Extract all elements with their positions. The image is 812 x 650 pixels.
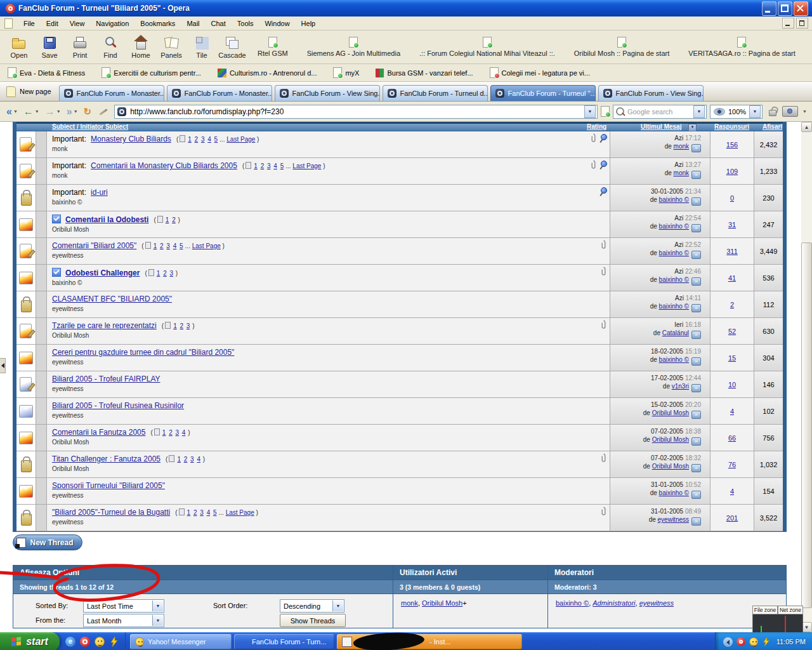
taskbar-window-button[interactable]: FanClub Forum - Turn...	[234, 634, 334, 649]
toolbar-bookmark-button[interactable]: Oribilul Mosh :: Pagina de start	[574, 32, 669, 62]
toolbar-button[interactable]: Print	[65, 32, 95, 62]
header-views[interactable]: Afisari	[763, 123, 782, 130]
goto-last-post-icon[interactable]	[691, 251, 701, 259]
thread-title-link[interactable]: Comentarii la Odobesti	[65, 215, 148, 224]
last-post-user-link[interactable]: Oribilul Mosh	[652, 436, 689, 443]
replies-count-link[interactable]: 4	[730, 408, 734, 415]
page-number-link[interactable]: 4	[173, 242, 177, 249]
fast-forward-button[interactable]: »▼	[65, 105, 79, 119]
replies-count-link[interactable]: 76	[728, 461, 736, 468]
page-number-link[interactable]: 1	[187, 509, 191, 516]
browser-tab[interactable]: FanClub Forum - View Sing...	[275, 85, 380, 101]
replies-count-link[interactable]: 41	[728, 274, 736, 282]
page-number-link[interactable]: 2	[160, 242, 164, 249]
zone-widget-tab[interactable]: File zone	[752, 606, 778, 614]
replies-count-link[interactable]: 311	[726, 248, 738, 255]
forward-button[interactable]: →▼	[44, 105, 62, 119]
page-number-link[interactable]: 2	[193, 509, 197, 516]
browser-tab[interactable]: FanClub Forum - View Sing...	[598, 85, 704, 101]
thread-title-link[interactable]: Monastery Club Biliards	[91, 135, 171, 143]
zone-widget-tab[interactable]: Net zone	[778, 606, 803, 614]
goto-last-post-icon[interactable]	[691, 357, 701, 366]
sorted-by-select[interactable]: Last Post Time ▼	[83, 599, 164, 613]
close-button[interactable]	[794, 1, 808, 16]
page-number-link[interactable]: 1	[162, 429, 166, 436]
zoom-control[interactable]: 100% ▼	[710, 105, 763, 119]
header-replies[interactable]: Raspunsuri	[714, 123, 749, 130]
page-number-link[interactable]: 1	[173, 322, 177, 329]
replies-count-link[interactable]: 10	[728, 381, 736, 388]
goto-last-post-icon[interactable]	[691, 331, 701, 339]
dropdown-arrow-icon[interactable]: ▼	[152, 600, 163, 611]
toolbar-bookmark-button[interactable]: Siemens AG - Join Multimedia	[307, 32, 400, 62]
moderator-link[interactable]: Administratori	[593, 599, 635, 607]
replies-count-link[interactable]: 2	[730, 301, 734, 308]
page-number-link[interactable]: 3	[267, 162, 271, 169]
tray-messenger-icon[interactable]	[749, 637, 758, 646]
last-post-user-link[interactable]: baixinho ©	[659, 223, 689, 230]
toolbar-button[interactable]: Home	[126, 32, 156, 62]
page-number-link[interactable]: 3	[200, 509, 204, 516]
goto-last-post-icon[interactable]	[691, 224, 701, 232]
page-number-link[interactable]: 3	[170, 270, 174, 277]
toolbar-bookmark-button[interactable]: VERITASAGA.ro :: Pagina de start	[688, 32, 796, 62]
page-number-link[interactable]: 2	[184, 456, 188, 463]
last-page-link[interactable]: Last Page	[226, 509, 254, 516]
toolbar-button[interactable]: Save	[34, 32, 65, 62]
rewind-button[interactable]: «▼	[5, 105, 19, 119]
panel-toggle-handle[interactable]	[0, 358, 6, 373]
page-number-link[interactable]: 1	[254, 162, 258, 169]
browser-tab[interactable]: FanClub Forum - Turneul "...	[490, 85, 596, 101]
last-post-user-link[interactable]: Oribilul Mosh	[652, 409, 689, 416]
page-number-link[interactable]: 2	[169, 429, 173, 436]
menu-item[interactable]: Navigation	[90, 20, 134, 27]
moderator-link[interactable]: eyewitness	[639, 599, 674, 607]
bookmark-bar-item[interactable]: Eva - Dieta & Fitness	[8, 67, 85, 78]
last-post-user-link[interactable]: baixinho ©	[659, 489, 689, 496]
page-number-link[interactable]: 3	[201, 136, 205, 143]
search-dropdown-button[interactable]: ▼	[693, 105, 705, 118]
winamp-quicklaunch-icon[interactable]	[109, 637, 119, 647]
user-link[interactable]: Oribilul Mosh	[422, 599, 462, 607]
thread-title-link[interactable]: Comentarii la Fanutza 2005	[52, 428, 145, 437]
last-post-user-link[interactable]: Catalánul	[662, 329, 689, 336]
from-the-select[interactable]: Last Month ▼	[83, 614, 164, 627]
vertical-scrollbar[interactable]: ▲ ▼	[801, 122, 812, 632]
last-post-user-link[interactable]: baixinho ©	[659, 276, 689, 283]
minimize-button[interactable]	[762, 1, 776, 16]
menu-item[interactable]: Mail	[181, 20, 205, 27]
taskbar-window-button[interactable]: - Inst...	[337, 634, 522, 649]
page-number-link[interactable]: 3	[176, 429, 180, 436]
replies-count-link[interactable]: 4	[730, 488, 734, 495]
page-number-link[interactable]: 4	[273, 162, 277, 169]
last-post-user-link[interactable]: monk	[674, 169, 689, 176]
goto-last-post-icon[interactable]	[691, 144, 701, 152]
last-post-user-link[interactable]: Oribilul Mosh	[652, 463, 689, 470]
tray-winamp-icon[interactable]	[762, 637, 771, 646]
goto-last-post-icon[interactable]	[691, 304, 701, 312]
new-page-button[interactable]: New page	[3, 83, 59, 101]
thread-title-link[interactable]: Biliard 2005 - Trofeul Rusinea Rusinilor	[52, 401, 184, 410]
replies-count-link[interactable]: 15	[728, 354, 736, 362]
child-restore-button[interactable]	[796, 18, 808, 29]
show-threads-button[interactable]: Show Threads	[280, 614, 346, 627]
last-page-link[interactable]: Last Page	[226, 136, 255, 143]
user-link[interactable]: monk	[401, 599, 418, 607]
bookmark-bar-item[interactable]: myX	[333, 67, 359, 78]
url-field[interactable]: http://www.fanclub.ro/forumdisplay.php?f…	[114, 105, 598, 119]
url-text[interactable]: http://www.fanclub.ro/forumdisplay.php?f…	[130, 107, 580, 116]
goto-last-post-icon[interactable]	[691, 437, 701, 446]
dropdown-arrow-icon[interactable]: ▼	[152, 615, 163, 626]
bookmark-bar-item[interactable]: Exercitii de culturism pentr...	[102, 67, 201, 78]
back-button[interactable]: ←▼	[22, 105, 41, 119]
menu-item[interactable]: Bookmarks	[134, 20, 181, 27]
menu-item[interactable]: Tools	[232, 20, 259, 27]
page-number-link[interactable]: 5	[280, 162, 284, 169]
scrollbar-thumb[interactable]	[801, 242, 812, 608]
camera-icon[interactable]	[782, 106, 798, 117]
browser-tab[interactable]: FanClub Forum - Monaster...	[167, 85, 272, 101]
thread-title-link[interactable]: Titan Challenger : Fanutza 2005	[52, 454, 160, 463]
toolbar-bookmark-button[interactable]: Rtel GSM	[258, 32, 288, 62]
new-thread-button[interactable]: New Thread	[13, 534, 82, 550]
page-number-link[interactable]: 1	[157, 270, 160, 277]
